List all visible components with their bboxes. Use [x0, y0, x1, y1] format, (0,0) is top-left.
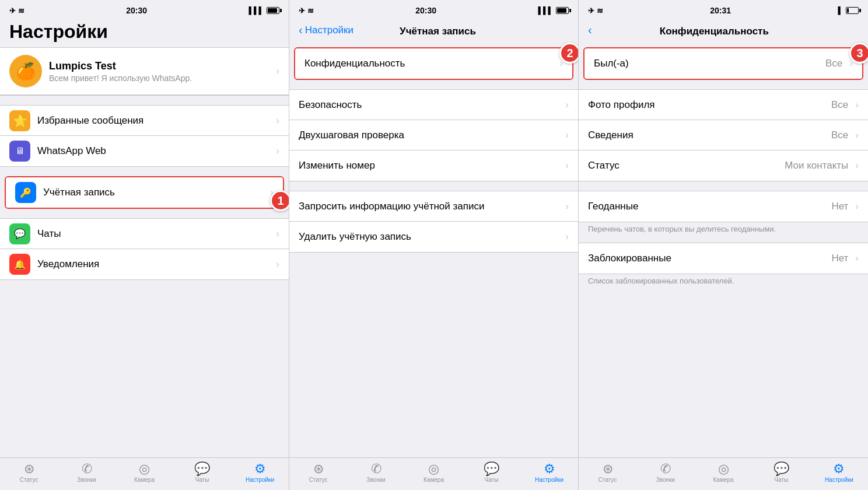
step-badge-2: 2 [559, 43, 578, 64]
list-item-twostep[interactable]: Двухшаговая проверка › [289, 120, 578, 150]
list-item-blocked[interactable]: Заблокированные Нет › [579, 243, 868, 274]
calls-tab-icon-3: ✆ [660, 463, 671, 475]
tab-camera-1[interactable]: ◎ Камера [116, 463, 173, 483]
item-value-status: Мои контакты [785, 160, 848, 172]
list-item-photo[interactable]: Фото профиля Все › [579, 90, 868, 120]
tab-label-chats-3: Чаты [774, 477, 788, 483]
tab-status-1[interactable]: ⊛ Статус [0, 463, 58, 483]
profile-info: Lumpics Test Всем привет! Я использую Wh… [49, 60, 271, 83]
list-item-starred[interactable]: ⭐ Избранные сообщения › [0, 106, 289, 136]
list-item-info[interactable]: Сведения Все › [579, 120, 868, 150]
item-label-change-number: Изменить номер [299, 160, 561, 172]
tab-bar-1: ⊛ Статус ✆ Звонки ◎ Камера 💬 Чаты ⚙ Наст… [0, 457, 289, 490]
blocked-footer: Список заблокированных пользователей. [579, 274, 868, 290]
chevron-icon: › [565, 130, 569, 141]
chevron-icon: › [855, 201, 859, 212]
tab-label-chats: Чаты [195, 477, 209, 483]
panel-3: ✈ ≋ 20:31 ▌ ‹ Конфиденциальность Был(-а)… [579, 0, 868, 490]
item-label-photo: Фото профиля [588, 99, 831, 111]
back-button-3[interactable]: ‹ [588, 23, 593, 37]
tab-label-settings-3: Настройки [825, 477, 853, 483]
tab-calls-1[interactable]: ✆ Звонки [58, 463, 116, 483]
item-label-chats: Чаты [37, 228, 271, 240]
tab-settings-3[interactable]: ⚙ Настройки [810, 463, 868, 483]
status-bar-3: ✈ ≋ 20:31 ▌ [579, 0, 868, 19]
list-item-security[interactable]: Безопасность › [289, 90, 578, 120]
tab-chats-1[interactable]: 💬 Чаты [173, 463, 231, 483]
list-item-chats[interactable]: 💬 Чаты › [0, 219, 289, 249]
item-value-info: Все [831, 130, 848, 141]
tab-chats-2[interactable]: 💬 Чаты [463, 463, 520, 483]
tab-status-2[interactable]: ⊛ Статус [289, 463, 347, 483]
tab-label-chats-2: Чаты [485, 477, 499, 483]
chevron-icon: › [565, 201, 569, 212]
menu-group-3: Безопасность › Двухшаговая проверка › Из… [289, 89, 578, 181]
list-item-geodata[interactable]: Геоданные Нет › [579, 191, 868, 222]
nav-bar-2: ‹ Настройки Учётная запись [289, 19, 578, 41]
tab-label-calls: Звонки [77, 477, 96, 483]
back-button-2[interactable]: ‹ Настройки [299, 23, 354, 37]
item-label-account: Учётная запись [43, 187, 265, 198]
panel-2: ✈ ≋ 20:30 ▌▌▌ ‹ Настройки Учётная запись… [289, 0, 579, 490]
list-item-status-priv[interactable]: Статус Мои контакты › [579, 150, 868, 181]
item-label-notif: Уведомления [37, 258, 271, 270]
item-label-request: Запросить информацию учётной записи [299, 201, 561, 212]
status-left-2: ✈ ≋ [299, 6, 314, 15]
tab-label-status-2: Статус [309, 477, 328, 483]
list-item-web[interactable]: 🖥 WhatsApp Web › [0, 136, 289, 166]
list-item-last-seen[interactable]: Был(-а) Все › [584, 48, 862, 79]
tab-settings-1[interactable]: ⚙ Настройки [231, 463, 289, 483]
chevron-icon: › [565, 99, 569, 111]
item-label-starred: Избранные сообщения [37, 115, 271, 127]
item-label-web: WhatsApp Web [37, 145, 271, 157]
status-tab-icon: ⊛ [24, 463, 34, 475]
list-item-privacy[interactable]: Конфиденциальность › [295, 48, 572, 79]
item-label-info: Сведения [588, 130, 831, 141]
list-item-change-number[interactable]: Изменить номер › [289, 150, 578, 181]
item-content: Двухшаговая проверка [299, 130, 561, 141]
key-icon: 🔑 [15, 182, 36, 203]
tab-camera-2[interactable]: ◎ Камера [405, 463, 463, 483]
item-content: Сведения [588, 130, 831, 141]
tab-settings-2[interactable]: ⚙ Настройки [520, 463, 578, 483]
item-content: Фото профиля [588, 99, 831, 111]
geodata-footer: Перечень чатов, в которых вы делитесь ге… [579, 222, 868, 238]
last-seen-highlighted: Был(-а) Все › [583, 47, 863, 80]
camera-tab-icon-3: ◎ [718, 463, 729, 475]
tab-label-camera-2: Камера [424, 477, 444, 483]
item-label-blocked: Заблокированные [588, 253, 831, 264]
step-badge-3: 3 [849, 43, 868, 64]
list-item-account[interactable]: 🔑 Учётная запись › [6, 177, 283, 208]
profile-item[interactable]: 🍊 Lumpics Test Всем привет! Я использую … [0, 48, 289, 95]
chevron-icon: › [565, 160, 569, 172]
tab-bar-2: ⊛ Статус ✆ Звонки ◎ Камера 💬 Чаты ⚙ Наст… [289, 457, 578, 490]
camera-tab-icon: ◎ [139, 463, 150, 475]
list-item-request-info[interactable]: Запросить информацию учётной записи › [289, 191, 578, 222]
tab-status-3[interactable]: ⊛ Статус [579, 463, 636, 483]
privacy-section: Конфиденциальность › 2 [289, 47, 578, 80]
chevron-icon: › [855, 99, 859, 111]
content-area-3: Был(-а) Все › 3 Фото профиля Все › Сведе… [579, 41, 868, 457]
chevron-icon: › [855, 160, 859, 172]
nav-bar-1: Настройки [0, 19, 289, 47]
tab-calls-2[interactable]: ✆ Звонки [347, 463, 405, 483]
tab-chats-3[interactable]: 💬 Чаты [752, 463, 810, 483]
tab-label-camera-3: Камера [713, 477, 734, 483]
status-right-2: ▌▌▌ [538, 6, 569, 15]
item-label-twostep: Двухшаговая проверка [299, 130, 561, 141]
item-content: Геоданные [588, 201, 831, 212]
status-time-1: 20:30 [126, 6, 147, 15]
chats-tab-icon-3: 💬 [774, 463, 789, 475]
tab-camera-3[interactable]: ◎ Камера [694, 463, 752, 483]
notif-icon: 🔔 [9, 254, 30, 275]
item-content: Запросить информацию учётной записи [299, 201, 561, 212]
settings-tab-icon-3: ⚙ [833, 463, 845, 475]
chevron-icon: › [276, 228, 279, 240]
chevron-icon: › [276, 145, 279, 157]
list-item-delete[interactable]: Удалить учётную запись › [289, 222, 578, 252]
tab-calls-3[interactable]: ✆ Звонки [636, 463, 694, 483]
list-item-notifications[interactable]: 🔔 Уведомления › [0, 249, 289, 279]
item-label-geodata: Геоданные [588, 201, 831, 212]
nav-title-2: Учётная запись [400, 26, 476, 37]
camera-tab-icon-2: ◎ [428, 463, 439, 475]
